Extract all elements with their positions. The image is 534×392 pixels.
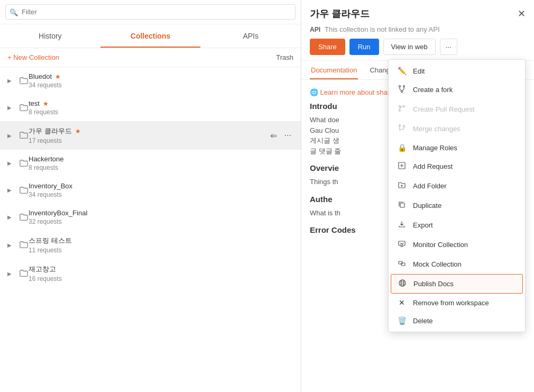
add-folder-icon [397,181,407,191]
menu-item-mock[interactable]: Mock Collection [389,254,525,274]
star-icon: ★ [55,73,61,80]
svg-rect-9 [400,203,404,207]
svg-point-1 [403,86,405,87]
tab-history[interactable]: History [0,24,100,48]
menu-item-create-fork[interactable]: Create a fork [389,80,525,99]
collection-name: 가우 클라우드 ★ [29,126,268,136]
list-item[interactable]: ▶ Bluedot ★ 34 requests [0,67,301,94]
collection-name: 재고창고 [29,265,293,274]
duplicate-icon [397,200,407,211]
expand-arrow-icon: ▶ [7,242,16,248]
list-item[interactable]: ▶ InventoryBox_Final 32 requests [0,204,301,231]
svg-point-3 [399,106,401,107]
search-input[interactable] [5,4,296,20]
expand-arrow-icon: ▶ [7,160,16,166]
expand-arrow-icon: ▶ [7,271,16,277]
request-count: 16 requests [29,275,293,282]
collapse-button[interactable]: ⇐ [268,130,279,142]
collection-name: Hackertone [29,155,293,163]
view-in-web-button[interactable]: View in web [383,39,436,55]
request-count: 34 requests [29,81,293,89]
menu-item-delete[interactable]: 🗑️ Delete [389,312,525,330]
collection-name: InventoryBox_Final [29,209,293,217]
export-icon [397,220,407,230]
tab-documentation[interactable]: Documentation [310,61,358,79]
list-item[interactable]: ▶ 가우 클라우드 ★ 17 requests ⇐ ··· [0,121,301,150]
menu-item-duplicate[interactable]: Duplicate [389,196,525,215]
action-buttons: Share Run View in web ··· [310,39,526,55]
new-collection-button[interactable]: + New Collection [7,53,59,61]
menu-item-monitor[interactable]: Monitor Collection [389,235,525,254]
tab-apis[interactable]: APIs [200,24,301,48]
edit-icon: ✏️ [397,67,407,75]
request-count: 11 requests [29,247,293,254]
menu-item-edit[interactable]: ✏️ Edit [389,62,525,80]
roles-icon: 🔒 [397,143,407,152]
api-note: This collection is not linked to any API [325,25,440,33]
svg-point-4 [399,110,401,112]
list-item[interactable]: ▶ test ★ 8 requests [0,94,301,121]
tab-collections[interactable]: Collections [100,24,201,48]
remove-icon: ✕ [397,298,407,307]
search-icon: 🔍 [10,8,18,16]
collection-name: Inventory_Box [29,182,293,190]
more-options-button[interactable]: ··· [282,130,293,141]
folder-icon [19,240,29,250]
mock-icon [397,259,407,269]
star-icon: ★ [43,100,49,107]
dropdown-menu: ✏️ Edit Create a fork Create Pull Reques… [388,59,526,332]
collections-toolbar: + New Collection Trash [0,48,301,67]
request-count: 8 requests [29,108,293,116]
merge-icon [397,124,407,134]
more-button[interactable]: ··· [440,39,457,55]
left-panel: 🔍 History Collections APIs + New Collect… [0,0,301,392]
menu-item-publish-docs[interactable]: Publish Docs [391,274,523,294]
menu-item-merge: Merge changes [389,119,525,139]
publish-docs-icon [398,279,407,289]
close-button[interactable]: ✕ [518,8,526,20]
monitor-icon [397,240,407,250]
list-item[interactable]: ▶ 스프링 테스트 11 requests [0,231,301,259]
request-count: 8 requests [29,164,293,171]
svg-rect-10 [399,241,405,245]
trash-button[interactable]: Trash [276,53,293,61]
collection-name: Bluedot ★ [29,72,293,80]
pull-request-icon [397,104,407,114]
list-item[interactable]: ▶ Hackertone 8 requests [0,150,301,177]
expand-arrow-icon: ▶ [7,214,16,220]
svg-point-5 [403,106,405,107]
tabs-bar: History Collections APIs [0,24,301,48]
expand-arrow-icon: ▶ [7,187,16,193]
folder-icon [19,159,29,168]
folder-icon [19,186,29,195]
menu-item-create-pull-request: Create Pull Request [389,99,525,119]
collection-list: ▶ Bluedot ★ 34 requests ▶ test ★ [0,67,301,392]
panel-header: 가우 클라우드 ✕ API This collection is not lin… [301,0,534,61]
request-count: 34 requests [29,191,293,198]
svg-point-0 [399,86,401,87]
menu-item-export[interactable]: Export [389,215,525,235]
expand-arrow-icon: ▶ [7,105,16,111]
expand-arrow-icon: ▶ [7,133,16,139]
menu-item-manage-roles[interactable]: 🔒 Manage Roles [389,139,525,157]
folder-icon [19,131,29,140]
menu-item-remove-workspace[interactable]: ✕ Remove from workspace [389,294,525,312]
panel-title: 가우 클라우드 [310,7,370,20]
share-button[interactable]: Share [310,39,345,55]
folder-icon [19,213,29,222]
svg-point-14 [401,280,404,286]
list-item[interactable]: ▶ Inventory_Box 34 requests [0,177,301,204]
list-item[interactable]: ▶ 재고창고 16 requests [0,259,301,288]
menu-item-add-folder[interactable]: Add Folder [389,176,525,196]
request-count: 32 requests [29,218,293,225]
folder-icon [19,269,29,278]
svg-point-13 [399,280,406,286]
add-request-icon [397,161,407,171]
run-button[interactable]: Run [349,39,379,55]
svg-point-7 [403,125,405,127]
menu-item-add-request[interactable]: Add Request [389,157,525,176]
fork-icon [397,85,407,95]
folder-icon [19,76,29,86]
right-panel: 가우 클라우드 ✕ API This collection is not lin… [301,0,534,392]
delete-icon: 🗑️ [397,316,407,325]
